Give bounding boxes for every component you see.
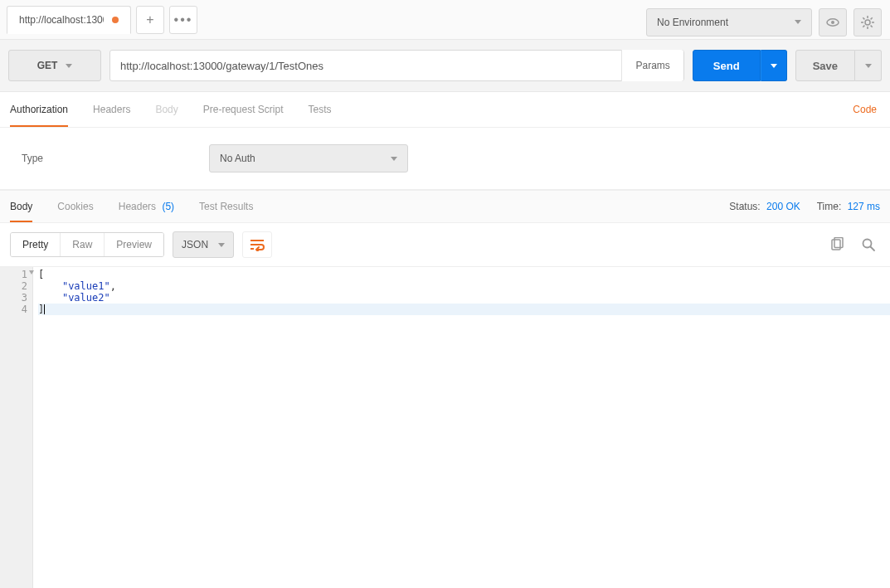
svg-line-9 [871, 17, 873, 19]
settings-button[interactable] [854, 8, 882, 36]
chevron-down-icon [795, 20, 801, 24]
send-dropdown-button[interactable] [761, 50, 787, 81]
environment-quicklook-button[interactable] [819, 8, 847, 36]
line-number: 1 [22, 269, 27, 280]
status-value: 200 OK [766, 201, 800, 212]
code-line: "value1", [38, 280, 890, 292]
chevron-down-icon [865, 64, 872, 68]
response-tab-test-results[interactable]: Test Results [199, 191, 253, 222]
time-value: 127 ms [848, 201, 880, 212]
copy-response-button[interactable] [825, 233, 849, 256]
tab-headers[interactable]: Headers [93, 92, 130, 127]
save-button[interactable]: Save [795, 50, 855, 81]
view-pretty[interactable]: Pretty [11, 233, 61, 256]
environment-select[interactable]: No Environment [646, 8, 812, 36]
code-line: "value2" [38, 292, 890, 304]
search-icon [861, 237, 876, 252]
params-label: Params [635, 60, 669, 71]
authorization-panel: Type No Auth [0, 128, 890, 190]
response-toolbar: Pretty Raw Preview JSON [0, 223, 890, 266]
tab-tests[interactable]: Tests [308, 92, 331, 127]
http-method-select[interactable]: GET [8, 50, 101, 81]
tab-strip: http://localhost:1300 + ••• No Environme… [0, 0, 890, 40]
chevron-down-icon [391, 157, 397, 161]
copy-icon [829, 237, 844, 252]
response-tab-headers[interactable]: Headers (5) [119, 191, 174, 222]
request-tab-title: http://localhost:1300 [19, 14, 104, 26]
send-button[interactable]: Send [693, 50, 761, 81]
svg-line-7 [863, 17, 864, 19]
environment-selected: No Environment [657, 17, 728, 28]
response-status: Status: 200 OK [729, 201, 800, 212]
chevron-down-icon [218, 243, 225, 247]
http-method-value: GET [37, 60, 58, 71]
ellipsis-icon: ••• [174, 12, 193, 27]
time-label: Time: [817, 201, 842, 212]
request-tab[interactable]: http://localhost:1300 [7, 6, 131, 34]
response-body-viewer[interactable]: 1 2 3 4 [ "value1", "value2" ] [0, 266, 890, 588]
response-format-value: JSON [182, 239, 208, 250]
fold-icon[interactable] [29, 270, 34, 275]
new-tab-button[interactable]: + [136, 6, 164, 34]
request-row: GET Params Send Save [0, 40, 890, 92]
unsaved-indicator-icon [112, 17, 119, 23]
line-gutter: 1 2 3 4 [0, 267, 33, 588]
line-number: 3 [22, 292, 27, 304]
status-label: Status: [729, 201, 760, 212]
eye-icon [825, 15, 840, 30]
tab-body[interactable]: Body [155, 92, 178, 127]
response-headers-count: (5) [162, 201, 174, 212]
svg-line-16 [871, 247, 875, 251]
url-input-wrapper: Params [109, 50, 684, 81]
response-tabs-bar: Body Cookies Headers (5) Test Results St… [0, 190, 890, 223]
line-wrap-button[interactable] [242, 231, 272, 258]
send-label: Send [713, 60, 740, 72]
search-response-button[interactable] [857, 233, 880, 256]
chevron-down-icon [66, 64, 72, 68]
response-tab-cookies[interactable]: Cookies [57, 191, 93, 222]
line-number: 4 [22, 304, 27, 315]
url-input[interactable] [110, 51, 621, 80]
svg-line-8 [871, 25, 873, 27]
view-raw[interactable]: Raw [61, 233, 105, 256]
save-label: Save [813, 60, 838, 72]
view-preview[interactable]: Preview [105, 233, 163, 256]
auth-type-select[interactable]: No Auth [209, 144, 408, 173]
plus-icon: + [146, 12, 153, 27]
text-cursor [44, 304, 45, 314]
code-lines: [ "value1", "value2" ] [33, 267, 890, 588]
code-line: [ [38, 269, 890, 280]
gear-icon [860, 15, 875, 30]
tab-options-button[interactable]: ••• [169, 6, 197, 34]
response-headers-label: Headers [119, 201, 156, 212]
auth-type-label: Type [22, 153, 43, 164]
auth-type-value: No Auth [220, 153, 255, 164]
response-format-select[interactable]: JSON [173, 231, 234, 258]
response-view-toggle: Pretty Raw Preview [10, 232, 164, 257]
line-number: 2 [22, 280, 27, 292]
svg-point-2 [865, 20, 870, 25]
response-time: Time: 127 ms [817, 201, 880, 212]
line-wrap-icon [249, 238, 265, 251]
svg-point-1 [831, 21, 834, 24]
tab-pre-request-script[interactable]: Pre-request Script [203, 92, 284, 127]
code-line: ] [38, 304, 890, 315]
response-tab-body[interactable]: Body [10, 191, 32, 222]
svg-line-10 [863, 25, 864, 27]
request-tabs-bar: Authorization Headers Body Pre-request S… [0, 92, 890, 128]
code-link[interactable]: Code [849, 92, 880, 127]
save-dropdown-button[interactable] [855, 50, 882, 81]
tab-authorization[interactable]: Authorization [10, 92, 68, 127]
params-button[interactable]: Params [621, 50, 683, 81]
chevron-down-icon [771, 64, 777, 68]
